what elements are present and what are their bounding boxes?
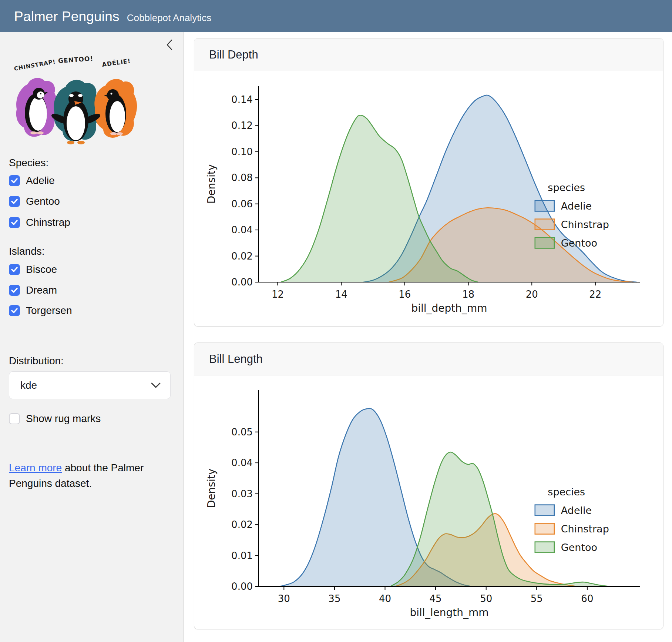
bill-length-card-body: 303540455055600.000.010.020.030.040.05bi… <box>194 384 663 629</box>
bill-length-card: Bill Length 303540455055600.000.010.020.… <box>194 342 663 629</box>
gentoo-artwork-label: GENTOO! <box>58 55 93 65</box>
svg-text:0.10: 0.10 <box>231 146 253 157</box>
distribution-label: Distribution: <box>9 355 64 367</box>
svg-text:Chinstrap: Chinstrap <box>561 523 609 535</box>
checkbox-species-gentoo[interactable]: Gentoo <box>9 195 60 207</box>
checkbox-box <box>9 285 20 296</box>
svg-text:60: 60 <box>581 593 593 604</box>
distribution-select-value: kde <box>20 379 151 391</box>
svg-text:0.01: 0.01 <box>231 550 253 561</box>
check-icon <box>11 308 18 313</box>
svg-text:14: 14 <box>335 289 347 300</box>
islands-group-label: Islands: <box>9 245 45 257</box>
bill-depth-card-body: 1214161820220.000.020.040.060.080.100.12… <box>194 79 663 327</box>
svg-text:0.00: 0.00 <box>231 277 253 288</box>
svg-text:0.12: 0.12 <box>231 120 253 131</box>
svg-text:0.03: 0.03 <box>231 488 253 499</box>
svg-text:16: 16 <box>399 289 411 300</box>
checkbox-box <box>9 175 20 186</box>
svg-text:0.14: 0.14 <box>231 94 253 105</box>
app-header: Palmer Penguins Cobblepot Analytics <box>0 0 672 32</box>
sidebar-collapse-button[interactable] <box>162 37 177 53</box>
svg-text:0.02: 0.02 <box>231 251 253 262</box>
check-icon <box>11 288 18 293</box>
check-icon <box>11 267 18 272</box>
bill-depth-card: Bill Depth 1214161820220.000.020.040.060… <box>194 38 663 327</box>
chinstrap-artwork-label: CHINSTRAP! <box>14 58 56 72</box>
svg-text:22: 22 <box>589 289 601 300</box>
check-icon <box>11 220 18 225</box>
checkbox-box <box>9 217 20 228</box>
bill-length-card-title: Bill Length <box>209 352 263 366</box>
svg-text:12: 12 <box>271 289 283 300</box>
svg-text:Density: Density <box>205 164 218 204</box>
svg-text:Density: Density <box>205 469 218 508</box>
bill-depth-card-title: Bill Depth <box>209 48 258 61</box>
check-icon <box>11 199 18 204</box>
bill-depth-card-header: Bill Depth <box>194 39 663 71</box>
svg-text:18: 18 <box>462 289 474 300</box>
learn-more-link[interactable]: Learn more <box>9 462 62 474</box>
chevron-left-icon <box>165 39 174 51</box>
svg-text:20: 20 <box>525 289 538 300</box>
svg-text:40: 40 <box>379 593 391 604</box>
app-root: Palmer Penguins Cobblepot Analytics <box>0 0 672 642</box>
svg-text:30: 30 <box>278 593 290 604</box>
checkbox-label: Torgersen <box>26 305 72 317</box>
svg-text:Gentoo: Gentoo <box>561 542 597 553</box>
svg-text:species: species <box>548 486 585 498</box>
svg-text:50: 50 <box>480 593 492 604</box>
distribution-select[interactable]: kde <box>9 371 171 399</box>
svg-text:0.08: 0.08 <box>231 172 253 183</box>
svg-text:0.04: 0.04 <box>231 457 253 468</box>
checkbox-box <box>9 413 20 424</box>
svg-text:species: species <box>548 182 585 193</box>
penguins-artwork-image: CHINSTRAP! GENTOO! ADÉLIE! <box>9 50 139 146</box>
checkbox-label: Adelie <box>26 175 55 187</box>
checkbox-island-torgersen[interactable]: Torgersen <box>9 305 72 317</box>
chevron-down-icon <box>151 382 161 388</box>
svg-text:0.04: 0.04 <box>231 224 253 235</box>
svg-text:bill_depth_mm: bill_depth_mm <box>411 302 487 314</box>
bill-length-card-header: Bill Length <box>194 343 663 375</box>
svg-text:0.06: 0.06 <box>231 198 253 210</box>
check-icon <box>11 178 18 183</box>
svg-text:0.02: 0.02 <box>231 519 253 530</box>
checkbox-island-dream[interactable]: Dream <box>9 284 57 296</box>
checkbox-label: Dream <box>26 284 57 296</box>
app-header-titles: Palmer Penguins Cobblepot Analytics <box>14 0 211 32</box>
checkbox-label: Biscoe <box>26 264 57 275</box>
checkbox-show-rug-marks[interactable]: Show rug marks <box>9 413 101 425</box>
sidebar: CHINSTRAP! GENTOO! ADÉLIE! Species: Adel… <box>0 32 184 642</box>
checkbox-species-chinstrap[interactable]: Chinstrap <box>9 217 70 228</box>
svg-text:55: 55 <box>530 593 542 604</box>
bill-length-chart: 303540455055600.000.010.020.030.040.05bi… <box>199 384 658 621</box>
svg-text:Adelie: Adelie <box>561 200 591 212</box>
main-content: Bill Depth 1214161820220.000.020.040.060… <box>184 32 672 642</box>
app-subtitle: Cobblepot Analytics <box>127 12 211 24</box>
checkbox-label: Gentoo <box>26 195 60 207</box>
svg-text:35: 35 <box>328 593 340 604</box>
svg-text:Chinstrap: Chinstrap <box>561 219 609 230</box>
svg-text:bill_length_mm: bill_length_mm <box>410 606 488 619</box>
checkbox-box <box>9 305 20 316</box>
checkbox-box <box>9 196 20 207</box>
adelie-artwork-label: ADÉLIE! <box>101 57 131 68</box>
svg-text:45: 45 <box>429 593 441 604</box>
svg-text:Adelie: Adelie <box>561 505 591 516</box>
svg-text:0.00: 0.00 <box>231 581 253 592</box>
app-title: Palmer Penguins <box>14 9 120 24</box>
checkbox-island-biscoe[interactable]: Biscoe <box>9 264 57 275</box>
species-group-label: Species: <box>9 157 48 169</box>
checkbox-species-adelie[interactable]: Adelie <box>9 175 55 187</box>
bill-depth-chart: 1214161820220.000.020.040.060.080.100.12… <box>199 79 658 316</box>
checkbox-label: Chinstrap <box>26 217 70 228</box>
checkbox-label: Show rug marks <box>26 413 101 425</box>
svg-text:0.05: 0.05 <box>231 427 253 438</box>
learn-more-text: Learn more about the Palmer Penguins dat… <box>9 460 168 491</box>
checkbox-box <box>9 264 20 275</box>
svg-text:Gentoo: Gentoo <box>561 237 597 249</box>
